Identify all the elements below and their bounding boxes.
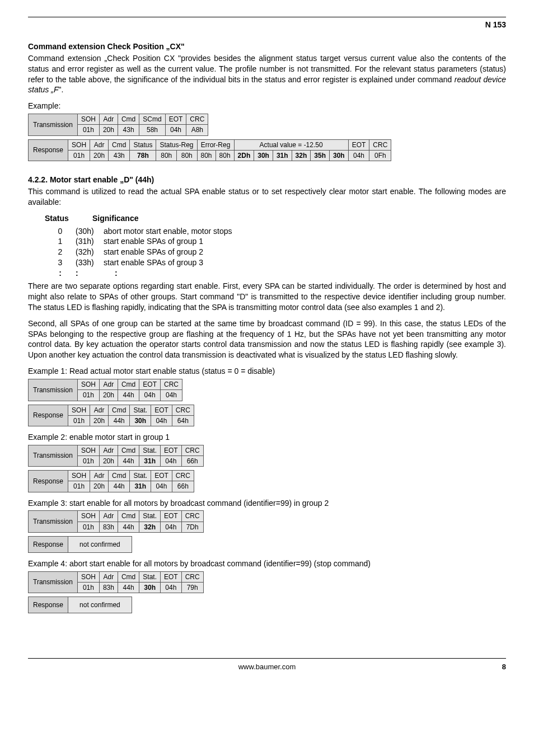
ex3-label: Example 3: start enable for all motors b… <box>28 498 506 509</box>
cell: 80h <box>197 150 216 161</box>
section-d-title: 4.2.2. Motor start enable „D" (44h) <box>28 175 506 185</box>
ex3-rx-label: Response <box>29 536 68 552</box>
ex2-tx: Transmission SOHAdrCmdStat.EOTCRC 01h20h… <box>28 445 204 467</box>
ex4-tx-label: Transmission <box>29 571 78 593</box>
cell: CRC <box>172 405 194 415</box>
cell: SOH <box>68 139 90 150</box>
cell: EOT <box>151 405 172 415</box>
cell: 32h <box>292 150 311 161</box>
cell: 04h <box>160 390 182 401</box>
cell: 64h <box>172 415 194 426</box>
cell: Cmd <box>109 471 130 481</box>
ex1-tx-label: Transmission <box>29 379 78 401</box>
cell: 31h <box>273 150 292 161</box>
sr-h: (30h) <box>76 226 104 237</box>
cell: 43h <box>118 125 139 135</box>
sr-t: abort motor start enable, motor stops <box>104 226 506 237</box>
cell: 01h <box>77 390 99 401</box>
cell: 04h <box>160 522 181 532</box>
cell: 30h <box>254 150 273 161</box>
cell: 31h <box>139 456 161 466</box>
section-cx-title: Command extension Check Position „CX" <box>28 41 506 52</box>
cx-rx-table: Response SOH Adr Cmd Status Status-Reg E… <box>28 139 506 161</box>
cell: Actual value = -12.50 <box>234 139 348 150</box>
ex4-tx: Transmission SOHAdrCmdStat.EOTCRC 01h83h… <box>28 571 204 593</box>
cx-tx-table: Transmission SOH Adr Cmd SCmd EOT CRC 01… <box>28 114 506 135</box>
cell: 30h <box>130 415 151 426</box>
cell: Cmd <box>118 379 139 390</box>
cell: Stat. <box>130 471 151 481</box>
cell: Cmd <box>118 445 139 456</box>
sr-n: 3 <box>45 257 76 268</box>
sr-t: start enable SPAs of group 2 <box>104 247 506 257</box>
sr-n: 1 <box>45 236 76 247</box>
cell: SOH <box>77 511 99 522</box>
footer-url: www.baumer.com <box>28 662 506 672</box>
cell: EOT <box>348 139 369 150</box>
cell: 01h <box>77 456 99 466</box>
cell: Cmd <box>118 571 139 582</box>
cell: 80h <box>176 150 197 161</box>
cell: EOT <box>160 571 181 582</box>
footer: www.baumer.com 8 <box>28 658 506 672</box>
cell: 44h <box>118 522 139 532</box>
cell: Status-Reg <box>156 139 197 150</box>
cell: 44h <box>109 481 130 492</box>
cell: 43h <box>109 150 130 161</box>
sr-n: 2 <box>45 247 76 257</box>
section-d-para2: Second, all SPAs of one group can be sta… <box>28 318 506 361</box>
ex2-rx: Response SOHAdrCmdStat.EOTCRC 01h20h44h3… <box>28 470 194 492</box>
cell: 20h <box>90 150 109 161</box>
cell: 01h <box>68 150 90 161</box>
cell: Adr <box>90 405 109 415</box>
cell: 04h <box>165 125 186 135</box>
cx-rx-label: Response <box>29 139 68 161</box>
cell: 44h <box>118 583 139 593</box>
cell: CRC <box>369 139 391 150</box>
cell: 44h <box>118 390 139 401</box>
status-head-2: Significance <box>92 213 138 224</box>
cell: EOT <box>160 511 181 522</box>
cell: 01h <box>77 125 99 135</box>
cell: 66h <box>181 456 203 466</box>
cell: Status <box>130 139 156 150</box>
ex4-rx-text: not confirmed <box>68 597 132 613</box>
ex3-tx-label: Transmission <box>29 511 78 532</box>
cell: 04h <box>139 390 161 401</box>
cell: SOH <box>77 379 99 390</box>
cell: 7Dh <box>181 522 203 532</box>
cell: 44h <box>109 415 130 426</box>
cell: 20h <box>99 456 118 466</box>
cell: Cmd <box>109 139 130 150</box>
cx-example-label: Example: <box>28 101 506 111</box>
cell: Adr <box>90 139 109 150</box>
cell: SOH <box>77 445 99 456</box>
cx-para-end: ". <box>58 85 63 94</box>
sr-t: : <box>104 268 506 279</box>
section-cx-para: Command extension „Check Position CX "pr… <box>28 53 506 96</box>
cell: Stat. <box>139 445 161 456</box>
cell: EOT <box>165 114 186 125</box>
cell: SOH <box>68 405 90 415</box>
ex3-rx: Response not confirmed <box>28 536 132 553</box>
ex3-rx-text: not confirmed <box>68 536 132 552</box>
sr-n: : <box>45 268 76 279</box>
ex3-tx: Transmission SOHAdrCmdStat.EOTCRC 01h83h… <box>28 510 204 532</box>
ex1-rx-label: Response <box>29 405 68 426</box>
cell: 83h <box>99 522 118 532</box>
cell: 78h <box>130 150 156 161</box>
cell: 80h <box>216 150 234 161</box>
cell: Stat. <box>139 571 161 582</box>
cell: 20h <box>90 415 109 426</box>
cell: Adr <box>90 471 109 481</box>
sr-h: (31h) <box>76 236 104 247</box>
cell: 01h <box>68 481 90 492</box>
section-d-para1: There are two separate options regarding… <box>28 281 506 313</box>
cell: SOH <box>77 571 99 582</box>
cell: 44h <box>118 456 139 466</box>
cell: 31h <box>130 481 151 492</box>
cell: 30h <box>329 150 348 161</box>
sr-h: : <box>76 268 104 279</box>
cell: 79h <box>181 583 203 593</box>
status-header: Status Significance <box>45 213 506 224</box>
